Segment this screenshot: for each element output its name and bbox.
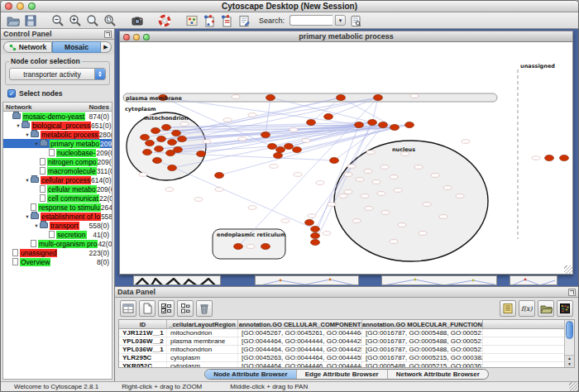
float-panel-icon[interactable]	[568, 289, 576, 296]
zoom-network-button[interactable]	[143, 34, 150, 41]
tree-item-unassigned[interactable]: unassigned223(0)	[3, 248, 112, 257]
table-cell	[483, 337, 564, 345]
tree-item-multi-organism-pro[interactable]: multi-organism pro42(0)	[3, 239, 112, 248]
import-network-icon[interactable]	[202, 13, 217, 28]
table-scrollbar[interactable]: ▲▼	[564, 320, 574, 367]
scrollbar-thumb[interactable]	[566, 321, 573, 339]
network-node	[276, 146, 285, 152]
tree-item-primary-metabo[interactable]: ▼primary metabo209(...	[3, 139, 112, 148]
app-resize-grip[interactable]	[569, 382, 578, 391]
select-nodes-label: Select nodes	[19, 89, 62, 98]
tree-item-transport[interactable]: ▼transport558(0)	[3, 221, 112, 230]
function-builder-icon[interactable]: f(x)	[519, 300, 535, 317]
network-node	[151, 127, 160, 133]
network-window[interactable]: primary metabolic process plasma membran…	[119, 31, 573, 275]
zoom-out-icon[interactable]	[50, 13, 65, 28]
tab-network[interactable]: Network	[3, 41, 52, 53]
vizmapper-icon[interactable]	[184, 13, 199, 28]
tab-overflow-arrow[interactable]: ▶	[101, 41, 112, 53]
tree-item-metabolic-process[interactable]: ▼metabolic process280(0)	[3, 130, 112, 139]
delete-attribute-icon[interactable]	[196, 300, 213, 317]
tree-expander-icon[interactable]: ▼	[24, 178, 31, 183]
tree-item-label: establishment of lo	[41, 213, 101, 221]
table-cell: plasma membrane	[167, 337, 238, 345]
zoom-selected-icon[interactable]	[103, 13, 117, 28]
table-row[interactable]: YLR295Ccytoplasm[GO:0045263, GO:0044464,…	[119, 354, 564, 362]
background-window-sliver[interactable]	[255, 275, 359, 285]
tab-node-attribute-browser[interactable]: Node Attribute Browser	[205, 370, 296, 379]
attribute-list-icon[interactable]	[500, 300, 516, 317]
save-icon[interactable]	[23, 13, 38, 28]
search-options-icon[interactable]	[348, 13, 363, 28]
tree-item-nitrogen-compo[interactable]: nitrogen compo209(0)	[3, 157, 112, 166]
select-all-attributes-icon[interactable]	[158, 300, 175, 317]
unselect-all-attributes-icon[interactable]	[177, 300, 194, 317]
search-input[interactable]	[290, 15, 333, 26]
network-canvas[interactable]: plasma membranecytoplasmmitochondrionnuc…	[119, 42, 573, 275]
table-cell: mitochondrion	[167, 346, 238, 353]
search-dropdown-button[interactable]: ▼	[335, 15, 346, 26]
minimize-network-button[interactable]	[133, 34, 140, 41]
network-node	[285, 143, 294, 149]
attribute-table-header[interactable]: ID _cellularLayoutRegion annotation.GO C…	[119, 320, 564, 329]
tab-network-attribute-browser[interactable]: Network Attribute Browser	[387, 370, 488, 379]
tree-item-cellular-process[interactable]: ▼cellular process614(0)	[3, 175, 112, 184]
table-row[interactable]: YKR052Ccytoplasm[GO:0044464, GO:0044446,…	[119, 362, 564, 367]
tree-expander-icon[interactable]: ▼	[33, 223, 40, 228]
float-panel-icon[interactable]	[104, 31, 112, 38]
network-node	[405, 122, 414, 127]
node-label-pill	[390, 240, 398, 244]
import-attribute-file-icon[interactable]	[538, 300, 554, 317]
table-row[interactable]: YPL036W__1mitochondrion[GO:0044464, GO:0…	[119, 346, 564, 354]
select-attributes-icon[interactable]	[120, 300, 136, 317]
file-icon	[49, 149, 55, 156]
help-icon[interactable]	[157, 13, 172, 28]
window-resize-grip[interactable]	[564, 265, 572, 274]
tab-mosaic[interactable]: Mosaic	[52, 41, 101, 53]
background-window-sliver[interactable]	[510, 275, 557, 285]
tree-item-overview[interactable]: Overview8(0)	[3, 257, 112, 266]
tree-item-secretion[interactable]: secretion41(0)	[3, 230, 112, 239]
tree-item-count: 264(0)	[101, 203, 112, 212]
background-window-sliver[interactable]	[133, 275, 221, 285]
network-node	[162, 124, 171, 130]
zoom-in-icon[interactable]	[68, 13, 83, 28]
tree-item-count: 22(0)	[99, 194, 112, 203]
tree-item-response-to-stimulu[interactable]: response to stimulu264(0)	[3, 203, 112, 212]
tree-item-macromolecule[interactable]: macromolecule311(0)	[3, 166, 112, 175]
network-desktop: primary metabolic process plasma membran…	[115, 29, 578, 286]
attribute-matrix-icon[interactable]	[557, 300, 573, 317]
snapshot-icon[interactable]	[130, 13, 145, 28]
node-label-pill	[380, 165, 389, 170]
table-row[interactable]: YPL036W__2plasma membrane[GO:0044464, GO…	[119, 337, 564, 346]
tab-edge-attribute-browser[interactable]: Edge Attribute Browser	[296, 370, 387, 379]
annotation-icon[interactable]	[237, 13, 251, 28]
scrollbar-arrows[interactable]: ▲▼	[565, 355, 574, 367]
node-label-pill	[215, 188, 223, 192]
table-row[interactable]: YJR121W__1mitochondrion[GO:0045267, GO:0…	[119, 329, 564, 337]
table-cell: YJR121W__1	[119, 329, 167, 337]
tree-item-establishment-of-lo[interactable]: ▼establishment of lo558(0)	[3, 212, 112, 221]
tree-item-cell-communicat[interactable]: cell communicat22(0)	[3, 194, 112, 203]
close-window-button[interactable]	[5, 2, 12, 10]
network-window-titlebar[interactable]: primary metabolic process	[119, 31, 573, 42]
tree-expander-icon[interactable]: ▼	[15, 123, 22, 128]
zoom-fit-icon[interactable]	[85, 13, 100, 28]
tree-expander-icon[interactable]: ▼	[24, 132, 31, 137]
tree-item-nucleobase-[interactable]: nucleobase-209(0)	[3, 148, 112, 157]
tree-item-mosaic-demo-yeast[interactable]: mosaic-demo-yeast874(0)	[3, 112, 112, 121]
select-nodes-checkbox[interactable]: ✓	[7, 89, 16, 98]
create-attribute-icon[interactable]	[139, 300, 156, 317]
tree-expander-icon[interactable]: ▼	[33, 141, 40, 146]
close-network-button[interactable]	[123, 34, 130, 41]
minimize-window-button[interactable]	[17, 2, 24, 10]
tree-item-biological-process[interactable]: ▼biological_process651(0)	[3, 121, 112, 130]
background-window-sliver[interactable]	[381, 275, 497, 285]
import-attributes-icon[interactable]	[219, 13, 234, 28]
tree-expander-icon[interactable]: ▼	[24, 214, 31, 219]
node-color-dropdown[interactable]: transporter activity	[9, 68, 106, 80]
tree-item-cellular-metabo[interactable]: cellular metabo209(0)	[3, 184, 112, 194]
open-icon[interactable]	[6, 13, 21, 28]
zoom-window-button[interactable]	[28, 2, 36, 10]
node-label-pill	[423, 203, 431, 207]
